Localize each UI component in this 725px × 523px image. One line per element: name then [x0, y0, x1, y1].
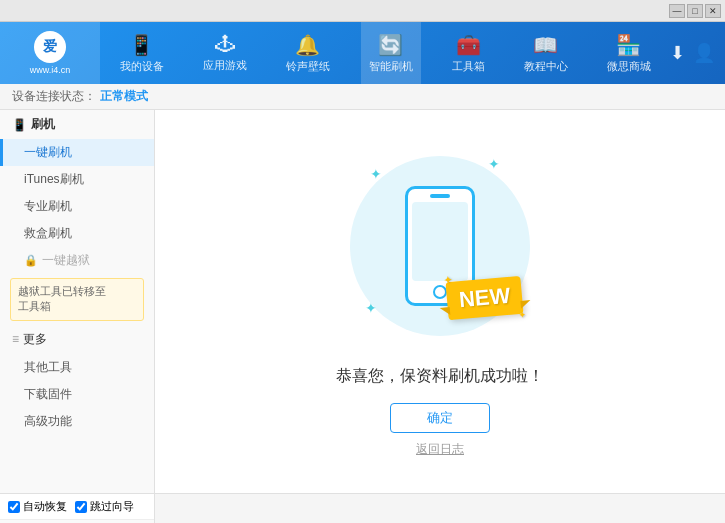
- auto-connect-label: 自动恢复: [23, 499, 67, 514]
- lock-icon: 🔒: [24, 254, 38, 267]
- maximize-button[interactable]: □: [687, 4, 703, 18]
- sidebar-item-advanced[interactable]: 高级功能: [0, 408, 154, 435]
- flash-section-icon: 📱: [12, 118, 27, 132]
- nav-ringtones[interactable]: 🔔 铃声壁纸: [278, 22, 338, 84]
- close-button[interactable]: ✕: [705, 4, 721, 18]
- bottom-left-panel: 自动恢复 跳过向导 📱 iPhone 12 mini 64GB Down-12m…: [0, 494, 155, 523]
- nav-my-device[interactable]: 📱 我的设备: [112, 22, 172, 84]
- nav-weibo-label: 微思商城: [607, 59, 651, 74]
- more-section-icon: ≡: [12, 332, 19, 346]
- nav-weibo-store[interactable]: 🏪 微思商城: [599, 22, 659, 84]
- bottom-area: 自动恢复 跳过向导 📱 iPhone 12 mini 64GB Down-12m…: [0, 493, 725, 523]
- account-button[interactable]: 👤: [693, 42, 715, 64]
- title-bar: — □ ✕: [0, 0, 725, 22]
- flash-section-label: 刷机: [31, 116, 55, 133]
- sidebar-item-jailbreak: 🔒 一键越狱: [0, 247, 154, 274]
- status-label: 设备连接状态：: [12, 88, 96, 105]
- sparkle-2-icon: ✦: [488, 156, 500, 172]
- logo-area[interactable]: 爱 www.i4.cn: [0, 22, 100, 84]
- nav-bar: 📱 我的设备 🕹 应用游戏 🔔 铃声壁纸 🔄 智能刷机 🧰 工具箱 📖 教程中心…: [100, 22, 670, 84]
- sidebar: 📱 刷机 一键刷机 iTunes刷机 专业刷机 救盒刷机 🔒 一键越狱 越狱工具…: [0, 110, 155, 493]
- via-wizard-input[interactable]: [75, 501, 87, 513]
- auto-connect-input[interactable]: [8, 501, 20, 513]
- tutorial-icon: 📖: [533, 33, 558, 57]
- apps-icon: 🕹: [215, 33, 235, 56]
- back-link[interactable]: 返回日志: [416, 441, 464, 458]
- status-bar: 设备连接状态： 正常模式: [0, 84, 725, 110]
- via-wizard-checkbox[interactable]: 跳过向导: [75, 499, 134, 514]
- sidebar-item-brush-flash[interactable]: 救盒刷机: [0, 220, 154, 247]
- weibo-store-icon: 🏪: [616, 33, 641, 57]
- status-value: 正常模式: [100, 88, 148, 105]
- ringtones-icon: 🔔: [295, 33, 320, 57]
- ribbon-tail-left: [440, 307, 451, 316]
- new-ribbon-text: NEW: [446, 276, 524, 320]
- my-device-icon: 📱: [129, 33, 154, 57]
- toolbox-icon: 🧰: [456, 33, 481, 57]
- download-button[interactable]: ⬇: [670, 42, 685, 64]
- sparkle-3-icon: ✦: [365, 300, 377, 316]
- smart-shop-icon: 🔄: [378, 33, 403, 57]
- nav-toolbox-label: 工具箱: [452, 59, 485, 74]
- content-area: ✦ ✦ ✦ NEW 恭喜您，保资料刷机成功啦！ 确定 返回日志: [155, 110, 725, 493]
- phone-screen: [412, 202, 468, 281]
- logo-url: www.i4.cn: [30, 65, 71, 75]
- phone-notch: [430, 194, 450, 198]
- sidebar-more-title: ≡ 更多: [0, 325, 154, 354]
- jailbreak-notice: 越狱工具已转移至工具箱: [10, 278, 144, 321]
- nav-ringtones-label: 铃声壁纸: [286, 59, 330, 74]
- sidebar-item-itunes-flash[interactable]: iTunes刷机: [0, 166, 154, 193]
- checkboxes-row: 自动恢复 跳过向导: [0, 494, 154, 520]
- nav-smart-shop-label: 智能刷机: [369, 59, 413, 74]
- sparkle-1-icon: ✦: [370, 166, 382, 182]
- new-badge: NEW: [445, 271, 525, 326]
- ribbon-tail-right: [521, 300, 532, 309]
- confirm-button[interactable]: 确定: [390, 403, 490, 433]
- sidebar-flash-title: 📱 刷机: [0, 110, 154, 139]
- auto-connect-checkbox[interactable]: 自动恢复: [8, 499, 67, 514]
- minimize-button[interactable]: —: [669, 4, 685, 18]
- logo-icon: 爱: [34, 31, 66, 63]
- nav-smart-shop[interactable]: 🔄 智能刷机: [361, 22, 421, 84]
- sidebar-item-other-tools[interactable]: 其他工具: [0, 354, 154, 381]
- header-right: ⬇ 👤: [670, 42, 725, 64]
- nav-toolbox[interactable]: 🧰 工具箱: [444, 22, 493, 84]
- sidebar-item-one-key-flash[interactable]: 一键刷机: [0, 139, 154, 166]
- sidebar-item-pro-flash[interactable]: 专业刷机: [0, 193, 154, 220]
- header: 爱 www.i4.cn 📱 我的设备 🕹 应用游戏 🔔 铃声壁纸 🔄 智能刷机 …: [0, 22, 725, 84]
- phone-illustration: ✦ ✦ ✦ NEW: [350, 146, 530, 346]
- nav-my-device-label: 我的设备: [120, 59, 164, 74]
- sidebar-item-download-firmware[interactable]: 下载固件: [0, 381, 154, 408]
- nav-apps-label: 应用游戏: [203, 58, 247, 73]
- success-message: 恭喜您，保资料刷机成功啦！: [336, 366, 544, 387]
- bottom-right-panel: 阻止iTunes运行 V7.98.66 客服 微信公众号 检查更新: [155, 494, 725, 523]
- nav-apps-games[interactable]: 🕹 应用游戏: [195, 22, 255, 84]
- via-wizard-label: 跳过向导: [90, 499, 134, 514]
- main-layout: 📱 刷机 一键刷机 iTunes刷机 专业刷机 救盒刷机 🔒 一键越狱 越狱工具…: [0, 110, 725, 493]
- nav-tutorial[interactable]: 📖 教程中心: [516, 22, 576, 84]
- nav-tutorial-label: 教程中心: [524, 59, 568, 74]
